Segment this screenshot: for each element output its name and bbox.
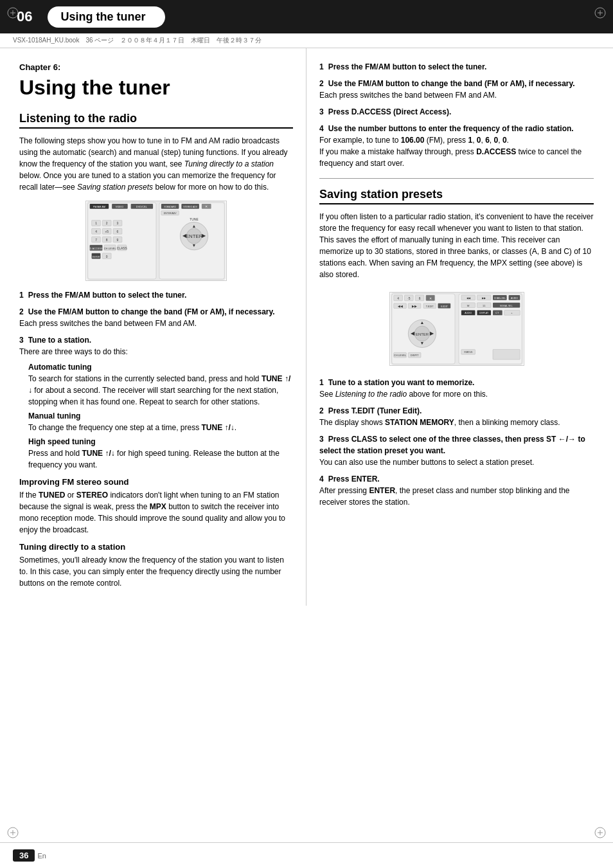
svg-text:2: 2 xyxy=(106,222,108,226)
high-speed-tuning-text: Press and hold TUNE ↑/↓ for high speed t… xyxy=(28,448,293,471)
svg-text:◀: ◀ xyxy=(411,330,415,336)
remote-svg-right: 4 ·5 6 ✕ ◀◀ ▶▶ T.EDIT S.EDIT ENTER xyxy=(389,292,524,366)
svg-text:8: 8 xyxy=(106,239,108,242)
step-3: 3 Tune to a station.There are three ways… xyxy=(19,334,293,357)
svg-text:W: W xyxy=(466,303,469,307)
svg-text:CLASS: CLASS xyxy=(117,247,128,250)
high-speed-tuning-title: High speed tuning xyxy=(28,437,293,446)
svg-text:9: 9 xyxy=(117,239,119,242)
section-saving-title: Saving station presets xyxy=(319,188,594,204)
svg-text:▶: ▶ xyxy=(202,233,206,239)
svg-text:4: 4 xyxy=(95,230,97,233)
svg-text:STANDARD: STANDARD xyxy=(164,206,176,208)
svg-text:ENTER: ENTER xyxy=(186,233,203,239)
svg-text:CHAN+SEL: CHAN+SEL xyxy=(493,296,505,299)
tuning-methods: Automatic tuning To search for stations … xyxy=(19,363,293,471)
remote-svg-left: FM/AM AM VIDEO DVD/CBL 1 2 3 4 +5 6 7 xyxy=(85,201,227,281)
svg-text:T.EDIT: T.EDIT xyxy=(425,304,434,307)
step-2: 2 Use the FM/AM button to change the ban… xyxy=(19,306,293,329)
svg-text:SIGNAL SEL: SIGNAL SEL xyxy=(499,304,512,307)
chapter-label: Chapter 6: xyxy=(19,61,293,74)
right-step-1: 1 Press the FM/AM button to select the t… xyxy=(319,61,594,73)
svg-text:4: 4 xyxy=(397,296,399,300)
right-step-4: 4 Use the number buttons to enter the fr… xyxy=(319,123,594,169)
svg-text:6: 6 xyxy=(418,296,420,300)
svg-text:DISPLAY: DISPLAY xyxy=(479,312,489,314)
svg-text:CT: CT xyxy=(495,311,499,314)
svg-text:CH LEVEL: CH LEVEL xyxy=(104,247,117,250)
header-title-box: Using the tuner xyxy=(48,6,164,28)
section-divider xyxy=(319,178,594,179)
left-column: Chapter 6: Using the tuner Listening to … xyxy=(0,48,306,606)
remote-image-left: FM/AM AM VIDEO DVD/CBL 1 2 3 4 +5 6 7 xyxy=(19,199,293,283)
main-content: Chapter 6: Using the tuner Listening to … xyxy=(0,48,613,606)
svg-text:DISP/T: DISP/T xyxy=(410,354,418,357)
svg-text:AUDIO: AUDIO xyxy=(510,296,517,299)
section-saving-intro: If you often listen to a particular radi… xyxy=(319,211,594,280)
page-number: 36 xyxy=(13,849,35,862)
svg-text:3: 3 xyxy=(117,222,119,226)
file-path: VSX-1018AH_KU.book 36 ページ ２００８年４月１７日 木曜日… xyxy=(0,33,613,48)
svg-text:▲: ▲ xyxy=(420,320,424,325)
svg-rect-107 xyxy=(493,349,520,359)
svg-text:STEREO ADV: STEREO ADV xyxy=(183,206,198,208)
corner-mark-tl xyxy=(6,6,19,19)
svg-text:11: 11 xyxy=(483,303,485,307)
svg-text:▶▶: ▶▶ xyxy=(482,296,486,299)
corner-mark-br xyxy=(594,826,607,839)
svg-text:DVD/CBL: DVD/CBL xyxy=(136,205,148,208)
manual-tuning-text: To change the frequency one step at a ti… xyxy=(28,422,293,433)
svg-text:FM/AM AM: FM/AM AM xyxy=(93,205,105,208)
svg-text:◀◀: ◀◀ xyxy=(466,296,470,299)
section-fm-stereo-title: Improving FM stereo sound xyxy=(19,477,293,487)
auto-tuning-title: Automatic tuning xyxy=(28,363,293,372)
svg-text:ENTER/ADV: ENTER/ADV xyxy=(164,212,177,215)
section-listening-title: Listening to the radio xyxy=(19,112,293,129)
svg-text:▶▶: ▶▶ xyxy=(412,304,417,307)
svg-text:ENTER: ENTER xyxy=(93,256,100,258)
svg-text:▲: ▲ xyxy=(192,224,197,229)
svg-text:6: 6 xyxy=(117,230,119,233)
svg-text:▼: ▼ xyxy=(420,340,424,345)
svg-text:D.ACCESS: D.ACCESS xyxy=(89,247,102,250)
svg-text:✕: ✕ xyxy=(429,296,431,300)
svg-text:1: 1 xyxy=(95,222,97,226)
svg-text:VIDEO: VIDEO xyxy=(116,205,123,208)
step-1: 1 Press the FM/AM button to select the t… xyxy=(19,289,293,301)
svg-text:7: 7 xyxy=(95,239,97,242)
svg-text:◀: ◀ xyxy=(182,233,187,239)
svg-text:AUDIO: AUDIO xyxy=(465,312,472,314)
svg-text:CH LEVEL: CH LEVEL xyxy=(394,354,407,357)
corner-mark-bl xyxy=(6,826,19,839)
footer: 36 En xyxy=(0,842,613,868)
direct-tuning-steps: 1 Press the FM/AM button to select the t… xyxy=(319,61,594,169)
saving-step-3: 3 Press CLASS to select one of the three… xyxy=(319,433,594,468)
saving-step-4: 4 Press ENTER.After pressing ENTER, the … xyxy=(319,473,594,508)
manual-tuning-title: Manual tuning xyxy=(28,411,293,420)
auto-tuning-text: To search for stations in the currently … xyxy=(28,373,293,408)
svg-text:·5: ·5 xyxy=(407,296,410,300)
svg-text:TUNE: TUNE xyxy=(190,218,199,221)
right-step-2: 2 Use the FM/AM button to change the ban… xyxy=(319,78,594,101)
right-step-3: 3 Press D.ACCESS (Direct Access). xyxy=(319,106,594,118)
svg-text:0: 0 xyxy=(106,255,108,258)
svg-text:◀◀: ◀◀ xyxy=(397,304,402,307)
svg-text:+5: +5 xyxy=(105,230,109,233)
section-direct-text: Sometimes, you'll already know the frequ… xyxy=(19,554,293,589)
remote-image-right: 4 ·5 6 ✕ ◀◀ ▶▶ T.EDIT S.EDIT ENTER xyxy=(319,287,594,370)
svg-text:▶: ▶ xyxy=(429,330,434,336)
section-fm-stereo-text: If the TUNED or STEREO indicators don't … xyxy=(19,489,293,536)
saving-step-1: 1 Tune to a station you want to memorize… xyxy=(319,377,594,400)
svg-text:STATUS: STATUS xyxy=(464,351,473,354)
right-column: 1 Press the FM/AM button to select the t… xyxy=(306,48,613,606)
corner-mark-tr xyxy=(594,6,607,19)
header-title: Using the tuner xyxy=(60,10,145,24)
page-lang: En xyxy=(37,852,46,860)
section-listening-intro: The following steps show you how to tune… xyxy=(19,135,293,193)
header-bar: 06 Using the tuner xyxy=(0,0,613,33)
saving-step-2: 2 Press T.EDIT (Tuner Edit).The display … xyxy=(319,405,594,428)
section-direct-title: Tuning directly to a station xyxy=(19,542,293,552)
svg-text:S.EDIT: S.EDIT xyxy=(440,305,448,307)
svg-text:▼: ▼ xyxy=(192,243,197,248)
svg-text:ENTER: ENTER xyxy=(415,332,428,336)
